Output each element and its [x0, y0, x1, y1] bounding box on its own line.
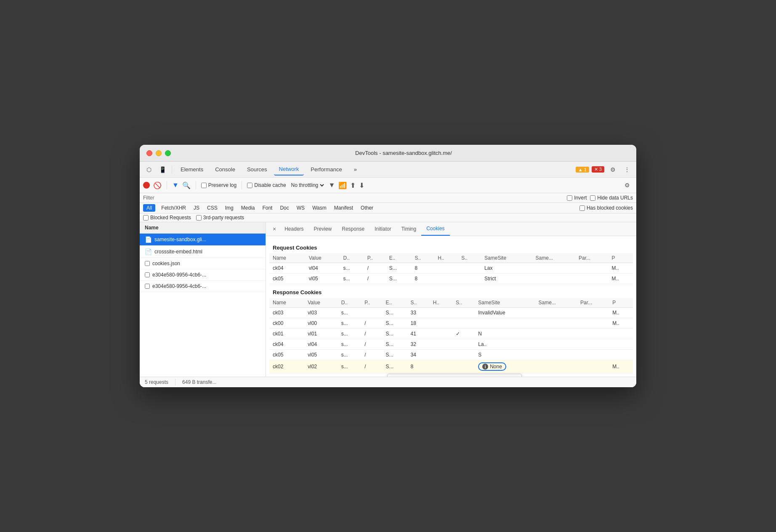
close-detail-button[interactable]: ×	[269, 224, 279, 234]
col-name-r: Name	[269, 298, 304, 308]
tab-console[interactable]: Console	[210, 164, 240, 175]
divider4	[242, 181, 242, 189]
left-panel: Name 📄 samesite-sandbox.gli... 📄 crosssi…	[140, 222, 266, 377]
tab-timing[interactable]: Timing	[396, 223, 422, 235]
file-checkbox-5[interactable]	[145, 284, 150, 289]
has-blocked-cookies-checkbox[interactable]	[579, 205, 585, 211]
type-css[interactable]: CSS	[205, 204, 219, 212]
file-item-crosssite[interactable]: 📄 crosssite-embed.html	[140, 246, 266, 258]
doc-icon-2: 📄	[145, 248, 152, 255]
filter-icon[interactable]: ▼	[172, 181, 179, 189]
network-settings-icon[interactable]: ⚙	[621, 179, 633, 191]
type-img[interactable]: Img	[223, 204, 235, 212]
disable-cache-checkbox[interactable]	[247, 183, 252, 188]
cookie-tooltip: This attempt to set a cookie via a Set-C…	[387, 374, 522, 377]
clear-icon[interactable]: 🚫	[153, 181, 162, 189]
table-row[interactable]: ck04 vl04 s... / S... 32 La..	[269, 339, 633, 350]
close-button[interactable]	[146, 150, 152, 156]
col-par: Par...	[575, 253, 609, 263]
cursor-icon[interactable]: ⬡	[143, 164, 155, 176]
type-media[interactable]: Media	[239, 204, 257, 212]
samesite-none-badge: i None	[478, 362, 506, 371]
col-s2: S..	[458, 253, 481, 263]
table-row[interactable]: ck03 vl03 s... S... 33 InvalidValue	[269, 308, 633, 318]
blocked-requests-checkbox[interactable]	[143, 215, 149, 221]
wifi-icon[interactable]: 📶	[338, 181, 347, 189]
type-all[interactable]: All	[143, 204, 155, 212]
type-other[interactable]: Other	[359, 204, 375, 212]
status-bar: 5 requests 649 B transfe...	[140, 377, 636, 387]
col-value-r: Value	[304, 298, 338, 308]
throttle-down-icon[interactable]: ▼	[329, 181, 335, 189]
tab-cookies[interactable]: Cookies	[421, 222, 449, 236]
preserve-log-label[interactable]: Preserve log	[201, 182, 237, 188]
file-item-e304-2[interactable]: e304e580-9956-4cb6-...	[140, 281, 266, 292]
table-row[interactable]: ck00 vl00 s... / S... 18	[269, 318, 633, 329]
network-toolbar: 🚫 ▼ 🔍 Preserve log Disable cache No thro…	[140, 178, 636, 193]
file-checkbox-3[interactable]	[145, 261, 150, 266]
file-checkbox-4[interactable]	[145, 272, 150, 277]
more-options-icon[interactable]: ⋮	[621, 164, 633, 176]
third-party-checkbox[interactable]	[196, 215, 202, 221]
device-icon[interactable]: 📱	[157, 164, 168, 176]
tab-network[interactable]: Network	[274, 163, 304, 176]
disable-cache-label[interactable]: Disable cache	[247, 182, 286, 188]
table-row-ck02[interactable]: ck02 vl02 s... / S... 8	[269, 360, 633, 373]
table-row[interactable]: ck05 vl05 s... / S... 8 Strict	[269, 274, 633, 284]
minimize-button[interactable]	[156, 150, 162, 156]
file-name-2: crosssite-embed.html	[154, 249, 202, 255]
response-cookies-header: Response Cookies	[269, 284, 633, 298]
download-icon[interactable]: ⬇	[359, 181, 364, 189]
tab-initiator[interactable]: Initiator	[369, 223, 396, 235]
tab-more[interactable]: »	[349, 164, 362, 175]
table-row-ck01[interactable]: ck01 vl01 s... / S... 41 ✓ N	[269, 329, 633, 339]
separator	[175, 379, 175, 386]
tab-elements[interactable]: Elements	[175, 164, 208, 175]
response-cookies-table: Name Value D.. P.. E.. S.. H.. S.. SameS…	[269, 298, 633, 373]
col-p: P..	[364, 253, 386, 263]
col-s2-r: S..	[452, 298, 475, 308]
third-party-label[interactable]: 3rd-party requests	[196, 215, 244, 221]
invert-label[interactable]: Invert	[567, 195, 587, 201]
settings-icon[interactable]: ⚙	[607, 164, 619, 176]
upload-icon[interactable]: ⬆	[350, 181, 356, 189]
tab-sources[interactable]: Sources	[242, 164, 272, 175]
preserve-log-checkbox[interactable]	[201, 183, 207, 188]
tab-preview[interactable]: Preview	[309, 223, 337, 235]
search-icon[interactable]: 🔍	[182, 181, 191, 189]
table-row[interactable]: ck05 vl05 s... / S... 34 S	[269, 350, 633, 360]
titlebar: DevTools - samesite-sandbox.glitch.me/	[140, 145, 636, 162]
file-name-4: e304e580-9956-4cb6-...	[152, 272, 206, 278]
table-row[interactable]: ck04 vl04 s... / S... 8 Lax	[269, 263, 633, 274]
file-item-cookies-json[interactable]: cookies.json	[140, 258, 266, 269]
type-font[interactable]: Font	[260, 204, 274, 212]
invert-checkbox[interactable]	[567, 195, 572, 201]
main-content: Name 📄 samesite-sandbox.gli... 📄 crosssi…	[140, 222, 636, 377]
warning-badge[interactable]: ▲ 1	[576, 167, 589, 173]
right-panel: × Headers Preview Response Initiator Tim…	[266, 222, 636, 377]
tab-headers[interactable]: Headers	[279, 223, 308, 235]
detail-tabs: × Headers Preview Response Initiator Tim…	[266, 222, 636, 236]
type-js[interactable]: JS	[192, 204, 201, 212]
throttle-select[interactable]: No throttling	[290, 182, 325, 189]
type-fetch-xhr[interactable]: Fetch/XHR	[159, 204, 188, 212]
type-ws[interactable]: WS	[295, 204, 306, 212]
maximize-button[interactable]	[165, 150, 171, 156]
doc-icon: 📄	[145, 236, 152, 243]
error-badge[interactable]: ✕ 3	[592, 166, 604, 173]
record-button[interactable]	[143, 182, 150, 189]
type-doc[interactable]: Doc	[278, 204, 290, 212]
col-p2: P	[609, 253, 633, 263]
col-same2: Same...	[532, 253, 575, 263]
divider	[172, 165, 172, 174]
file-item-e304-1[interactable]: e304e580-9956-4cb6-...	[140, 269, 266, 281]
type-wasm[interactable]: Wasm	[311, 204, 328, 212]
file-item-samesite[interactable]: 📄 samesite-sandbox.gli...	[140, 234, 266, 246]
tab-response[interactable]: Response	[337, 223, 369, 235]
tab-performance[interactable]: Performance	[306, 164, 347, 175]
type-manifest[interactable]: Manifest	[332, 204, 355, 212]
has-blocked-cookies-label[interactable]: Has blocked cookies	[579, 205, 633, 211]
hide-data-urls-checkbox[interactable]	[590, 195, 595, 201]
blocked-requests-label[interactable]: Blocked Requests	[143, 215, 191, 221]
hide-data-urls-label[interactable]: Hide data URLs	[590, 195, 633, 201]
